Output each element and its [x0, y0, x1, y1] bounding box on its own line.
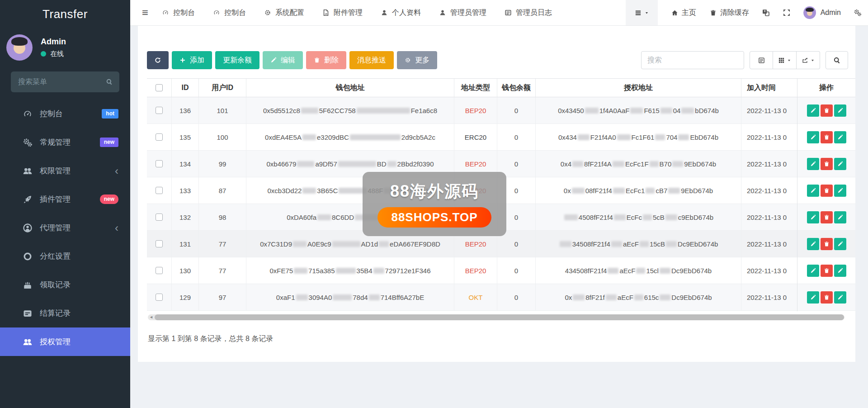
- row-auth-button[interactable]: [834, 158, 846, 170]
- row-edit-button[interactable]: [807, 265, 819, 277]
- language-button[interactable]: [762, 9, 770, 17]
- row-auth-button[interactable]: [834, 104, 846, 117]
- row-checkbox[interactable]: [156, 213, 163, 221]
- navbar-item-控制台[interactable]: 控制台: [213, 8, 246, 18]
- detail-view-button[interactable]: [750, 51, 773, 69]
- sidebar-item-插件管理[interactable]: 插件管理new: [0, 185, 130, 213]
- fullscreen-button[interactable]: [783, 9, 791, 17]
- scrollbar-thumb[interactable]: [155, 314, 844, 320]
- select-all-checkbox[interactable]: [156, 84, 163, 91]
- gauge-icon: [162, 9, 169, 16]
- row-edit-button[interactable]: [807, 185, 819, 197]
- navbar-item-管理员管理[interactable]: 管理员管理: [439, 8, 486, 18]
- cell-join-time: 2022-11-13 0: [741, 284, 797, 310]
- cell-user-id: 99: [199, 151, 246, 177]
- more-button[interactable]: 更多: [397, 51, 437, 69]
- users-icon: [23, 337, 33, 347]
- sidebar-item-授权管理[interactable]: 授权管理: [0, 327, 130, 356]
- sidebar-item-控制台[interactable]: 控制台hot: [0, 100, 130, 128]
- cell-id: 135: [172, 124, 199, 150]
- address-fragment: 15cB: [650, 240, 665, 248]
- sidebar-search-input[interactable]: [11, 71, 119, 92]
- pencil-icon: [837, 268, 843, 274]
- row-checkbox[interactable]: [156, 107, 163, 114]
- cell-join-time: 2022-11-13 0: [741, 97, 797, 123]
- cell-id: 129: [172, 284, 199, 310]
- row-auth-button[interactable]: [834, 131, 846, 143]
- delete-button[interactable]: 删除: [306, 51, 346, 69]
- file-image-icon: [322, 9, 330, 16]
- row-actions: [797, 257, 855, 284]
- column-header-ID: ID: [172, 79, 199, 97]
- home-button[interactable]: 主页: [671, 8, 696, 18]
- menu-toggle-icon[interactable]: ≡: [130, 6, 162, 19]
- navbar-item-系统配置[interactable]: 系统配置: [264, 8, 304, 18]
- sidebar-item-分红设置[interactable]: 分红设置: [0, 242, 130, 270]
- navbar-user-button[interactable]: Admin: [803, 6, 841, 19]
- row-checkbox[interactable]: [156, 294, 163, 301]
- settings-button[interactable]: [854, 9, 862, 17]
- sidebar-item-常规管理[interactable]: 常规管理new: [0, 128, 130, 157]
- navbar-item-附件管理[interactable]: 附件管理: [322, 8, 363, 18]
- sidebar-item-领取记录[interactable]: 领取记录: [0, 270, 130, 299]
- export-button[interactable]: [797, 51, 820, 69]
- sidebar-item-权限管理[interactable]: 权限管理‹: [0, 157, 130, 185]
- row-edit-button[interactable]: [807, 104, 819, 117]
- row-edit-button[interactable]: [807, 158, 819, 170]
- clear-cache-button[interactable]: 清除缓存: [710, 8, 749, 18]
- pencil-icon: [810, 294, 816, 300]
- row-delete-button[interactable]: [821, 104, 833, 117]
- list-dropdown-button[interactable]: [626, 0, 658, 25]
- row-auth-button[interactable]: [834, 265, 846, 277]
- row-auth-button[interactable]: [834, 291, 846, 304]
- row-delete-button[interactable]: [821, 185, 833, 197]
- row-checkbox[interactable]: [156, 160, 163, 167]
- navbar-item-控制台[interactable]: 控制台: [162, 8, 195, 18]
- table-search-input[interactable]: [641, 51, 744, 69]
- address-fragment: 5F62CC758: [319, 107, 356, 114]
- row-delete-button[interactable]: [821, 265, 833, 277]
- redacted-text: [640, 241, 649, 247]
- row-auth-button[interactable]: [834, 238, 846, 250]
- row-auth-button[interactable]: [834, 211, 846, 223]
- sidebar-item-label: 授权管理: [40, 337, 71, 347]
- row-checkbox[interactable]: [156, 187, 163, 194]
- add-button[interactable]: 添加: [172, 51, 212, 69]
- row-delete-button[interactable]: [821, 158, 833, 170]
- search-button[interactable]: [826, 51, 848, 69]
- edit-button[interactable]: 编辑: [263, 51, 303, 69]
- address-fragment: 434508fF21f4: [565, 267, 607, 275]
- cell-auth-address: 4508fF21f4EcFc5cBc9EbD674b: [536, 204, 741, 230]
- row-checkbox[interactable]: [156, 133, 163, 141]
- row-auth-button[interactable]: [834, 185, 846, 197]
- row-checkbox[interactable]: [156, 240, 163, 247]
- row-delete-button[interactable]: [821, 211, 833, 223]
- row-edit-button[interactable]: [807, 131, 819, 143]
- gears-icon: [854, 9, 862, 17]
- address-fragment: 1f4A0AaF: [599, 107, 630, 114]
- refresh-button[interactable]: [147, 51, 169, 69]
- cell-user-id: 87: [199, 177, 246, 204]
- push-message-button[interactable]: 消息推送: [349, 51, 394, 69]
- chevron-left-icon: ‹: [115, 166, 118, 176]
- columns-button[interactable]: [773, 51, 797, 69]
- row-delete-button[interactable]: [821, 291, 833, 304]
- redacted-text: [573, 294, 585, 300]
- address-fragment: aEcF: [618, 294, 633, 301]
- address-fragment: c9EbD674b: [678, 213, 713, 221]
- horizontal-scrollbar[interactable]: ◄: [148, 314, 844, 320]
- sidebar-item-代理管理[interactable]: 代理管理‹: [0, 213, 130, 242]
- row-checkbox[interactable]: [156, 267, 163, 274]
- cake-icon: [23, 280, 33, 290]
- update-balance-button[interactable]: 更新余额: [215, 51, 259, 69]
- row-delete-button[interactable]: [821, 238, 833, 250]
- row-edit-button[interactable]: [807, 238, 819, 250]
- navbar-item-个人资料[interactable]: 个人资料: [381, 8, 421, 18]
- row-edit-button[interactable]: [807, 211, 819, 223]
- scroll-left-arrow-icon[interactable]: ◄: [149, 314, 153, 320]
- sidebar-item-结算记录[interactable]: 结算记录: [0, 299, 130, 327]
- row-delete-button[interactable]: [821, 131, 833, 143]
- row-edit-button[interactable]: [807, 291, 819, 304]
- navbar-item-管理员日志[interactable]: 管理员日志: [505, 8, 552, 18]
- cell-user-id: 98: [199, 204, 246, 230]
